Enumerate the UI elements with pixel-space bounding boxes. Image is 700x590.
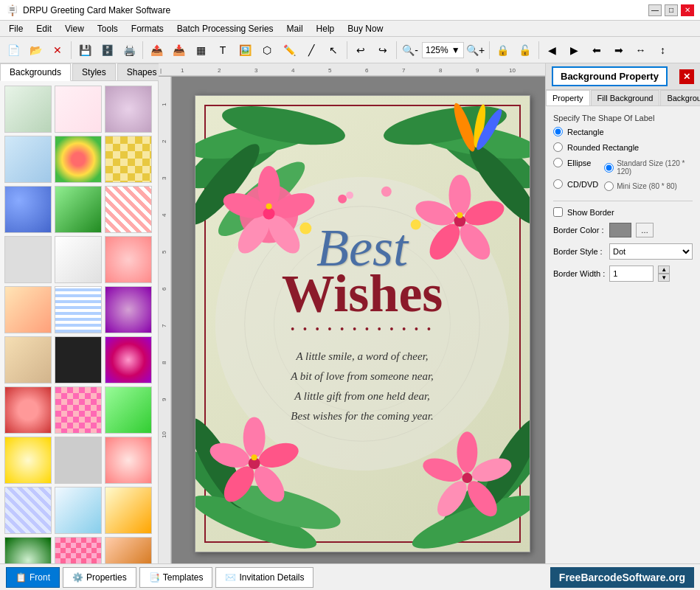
bg-thumb-5[interactable] <box>55 136 102 183</box>
tb-redo[interactable]: ↪ <box>372 40 393 60</box>
border-color-picker-button[interactable]: … <box>636 223 654 237</box>
radio-standard-size[interactable] <box>604 163 614 173</box>
menu-file[interactable]: File <box>3 22 29 35</box>
radio-rounded[interactable] <box>553 142 563 152</box>
property-panel-close-button[interactable]: ✕ <box>679 69 694 84</box>
border-style-select[interactable]: Dot Dash Solid DashDot DashDotDot <box>609 243 693 260</box>
bg-thumb-23[interactable] <box>55 437 102 484</box>
border-width-input[interactable] <box>609 266 654 282</box>
radio-mini-size[interactable] <box>604 181 614 191</box>
bg-thumb-25[interactable] <box>4 487 52 534</box>
tb-flip-h[interactable]: ↔ <box>631 40 651 60</box>
border-width-up[interactable]: ▲ <box>658 266 670 274</box>
bg-thumb-6[interactable] <box>105 136 152 183</box>
close-button[interactable]: ✕ <box>681 4 694 16</box>
bg-thumb-29[interactable] <box>55 537 102 563</box>
tb-line[interactable]: ╱ <box>301 40 322 60</box>
menu-buynow[interactable]: Buy Now <box>342 22 389 35</box>
tb-shape[interactable]: ⬡ <box>257 40 277 60</box>
bg-thumb-28[interactable] <box>4 537 52 563</box>
bg-thumb-26[interactable] <box>55 487 102 534</box>
bg-thumb-30[interactable] <box>105 537 152 563</box>
tb-barcode[interactable]: ▦ <box>190 40 211 60</box>
bg-thumb-13[interactable] <box>4 286 52 333</box>
menu-mail[interactable]: Mail <box>281 22 309 35</box>
svg-text:9: 9 <box>161 398 167 401</box>
tab-styles[interactable]: Styles <box>72 63 116 80</box>
menu-batch[interactable]: Batch Processing Series <box>171 22 280 35</box>
zoom-dropdown-icon[interactable]: ▼ <box>451 45 460 55</box>
menu-edit[interactable]: Edit <box>30 22 58 35</box>
maximize-button[interactable]: □ <box>665 4 678 16</box>
bg-thumb-15[interactable] <box>105 286 152 333</box>
bg-thumb-20[interactable] <box>55 386 102 434</box>
tb-cursor[interactable]: ↖ <box>323 40 344 60</box>
bg-thumb-18[interactable] <box>105 336 152 384</box>
bg-thumb-4[interactable] <box>4 136 52 183</box>
front-button[interactable]: 📋 Front <box>6 567 60 588</box>
tb-save[interactable]: 💾 <box>74 40 95 60</box>
bg-thumb-14[interactable] <box>55 286 102 333</box>
border-width-down[interactable]: ▼ <box>658 274 670 282</box>
prop-tab-property[interactable]: Property <box>546 90 590 105</box>
bg-thumb-21[interactable] <box>105 386 152 434</box>
tb-text[interactable]: T <box>212 40 233 60</box>
radio-cddvd[interactable] <box>553 179 563 189</box>
tb-pencil[interactable]: ✏️ <box>279 40 299 60</box>
tab-backgrounds[interactable]: Backgrounds <box>0 63 71 81</box>
bg-thumb-3[interactable] <box>105 86 152 133</box>
tb-print[interactable]: 🖨️ <box>119 40 139 60</box>
bg-thumb-11[interactable] <box>55 236 102 283</box>
tb-export[interactable]: 📤 <box>146 40 167 60</box>
show-border-checkbox[interactable] <box>553 207 563 217</box>
radio-ellipse[interactable] <box>553 158 563 167</box>
menu-help[interactable]: Help <box>311 22 341 35</box>
properties-button[interactable]: ⚙️ Properties <box>63 567 136 588</box>
svg-point-51 <box>255 439 301 473</box>
bg-thumb-9[interactable] <box>105 186 152 233</box>
tb-new[interactable]: 📄 <box>3 40 24 60</box>
bg-thumb-10[interactable] <box>4 236 52 283</box>
bg-thumb-1[interactable] <box>4 86 52 133</box>
bg-thumb-27[interactable] <box>105 487 152 534</box>
tb-zoom-out[interactable]: 🔍- <box>400 40 420 60</box>
border-color-swatch[interactable] <box>609 223 631 237</box>
bg-thumb-8[interactable] <box>55 186 102 233</box>
canvas-area[interactable]: | 1 2 3 4 5 6 7 8 9 10 1 2 <box>159 63 545 563</box>
tb-left[interactable]: ◀ <box>542 40 563 60</box>
tb-right[interactable]: ▶ <box>564 40 585 60</box>
radio-rectangle[interactable] <box>553 127 563 136</box>
menubar: File Edit View Tools Formats Batch Proce… <box>0 21 700 37</box>
radio-row-rectangle: Rectangle <box>553 127 693 136</box>
tb-import[interactable]: 📥 <box>168 40 189 60</box>
invitation-button[interactable]: ✉️ Invitation Details <box>215 567 313 588</box>
svg-text:|: | <box>160 67 162 74</box>
tb-align-left[interactable]: ⬅ <box>586 40 607 60</box>
tb-align-right[interactable]: ➡ <box>609 40 629 60</box>
menu-formats[interactable]: Formats <box>125 22 170 35</box>
tb-image[interactable]: 🖼️ <box>235 40 255 60</box>
tb-lock[interactable]: 🔒 <box>493 40 513 60</box>
prop-tab-fill[interactable]: Fill Background <box>591 90 660 105</box>
prop-tab-effects[interactable]: Background Effects <box>660 90 700 105</box>
bg-thumb-22[interactable] <box>4 437 52 484</box>
minimize-button[interactable]: — <box>648 4 662 16</box>
bg-thumb-17[interactable] <box>55 336 102 384</box>
tb-close-file[interactable]: ✕ <box>47 40 68 60</box>
bg-thumb-2[interactable] <box>55 86 102 133</box>
tb-unlock[interactable]: 🔓 <box>515 40 536 60</box>
tb-flip-v[interactable]: ↕ <box>653 40 673 60</box>
bg-thumb-7[interactable] <box>4 186 52 233</box>
greeting-card[interactable]: Best Wishes • • • • • • • • • • • • A li… <box>195 95 530 552</box>
tb-save-as[interactable]: 🗄️ <box>97 40 117 60</box>
bg-thumb-19[interactable] <box>4 386 52 434</box>
menu-view[interactable]: View <box>59 22 90 35</box>
tb-undo[interactable]: ↩ <box>350 40 371 60</box>
tb-open[interactable]: 📂 <box>25 40 46 60</box>
bg-thumb-12[interactable] <box>105 236 152 283</box>
menu-tools[interactable]: Tools <box>91 22 124 35</box>
tb-zoom-in[interactable]: 🔍+ <box>465 40 486 60</box>
templates-button[interactable]: 📑 Templates <box>139 567 213 588</box>
bg-thumb-24[interactable] <box>105 437 152 484</box>
bg-thumb-16[interactable] <box>4 336 52 384</box>
